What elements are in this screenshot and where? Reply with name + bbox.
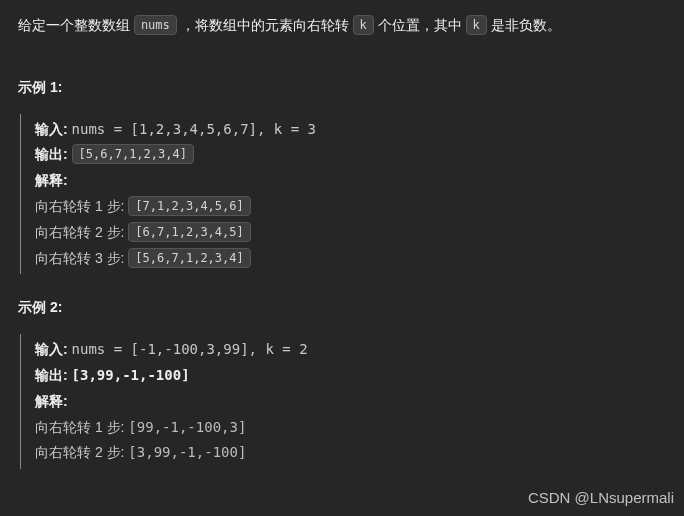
step-text: 向右轮转 2 步: xyxy=(35,224,128,240)
input-label: 输入: xyxy=(35,121,68,137)
chip-k-1: k xyxy=(353,15,374,35)
step-value: [99,-1,-100,3] xyxy=(128,419,246,435)
step-text: 向右轮转 1 步: xyxy=(35,419,128,435)
example-title-2: 示例 2: xyxy=(18,296,666,320)
example-block-1: 输入: nums = [1,2,3,4,5,6,7], k = 3 输出: [5… xyxy=(20,114,666,275)
step-text: 向右轮转 1 步: xyxy=(35,198,128,214)
example-title-1: 示例 1: xyxy=(18,76,666,100)
example-block-2: 输入: nums = [-1,-100,3,99], k = 2 输出: [3,… xyxy=(20,334,666,469)
explain-label: 解释: xyxy=(35,393,68,409)
step-value: [3,99,-1,-100] xyxy=(128,444,246,460)
intro-seg3: 个位置，其中 xyxy=(378,17,466,33)
output-label: 输出: xyxy=(35,367,68,383)
problem-statement: 给定一个整数数组 nums ，将数组中的元素向右轮转 k 个位置，其中 k 是非… xyxy=(18,14,666,38)
output-value: [5,6,7,1,2,3,4] xyxy=(72,144,194,164)
intro-seg2: ，将数组中的元素向右轮转 xyxy=(181,17,353,33)
input-label: 输入: xyxy=(35,341,68,357)
input-value: nums = [1,2,3,4,5,6,7], k = 3 xyxy=(72,121,316,137)
output-value: [3,99,-1,-100] xyxy=(72,367,190,383)
output-label: 输出: xyxy=(35,146,68,162)
explain-label: 解释: xyxy=(35,172,68,188)
input-value: nums = [-1,-100,3,99], k = 2 xyxy=(72,341,308,357)
intro-seg1: 给定一个整数数组 xyxy=(18,17,134,33)
step-value: [5,6,7,1,2,3,4] xyxy=(128,248,250,268)
chip-k-2: k xyxy=(466,15,487,35)
step-value: [7,1,2,3,4,5,6] xyxy=(128,196,250,216)
chip-nums: nums xyxy=(134,15,177,35)
step-value: [6,7,1,2,3,4,5] xyxy=(128,222,250,242)
watermark: CSDN @LNsupermali xyxy=(528,485,674,511)
step-text: 向右轮转 2 步: xyxy=(35,444,128,460)
step-text: 向右轮转 3 步: xyxy=(35,250,128,266)
intro-seg4: 是非负数。 xyxy=(491,17,561,33)
